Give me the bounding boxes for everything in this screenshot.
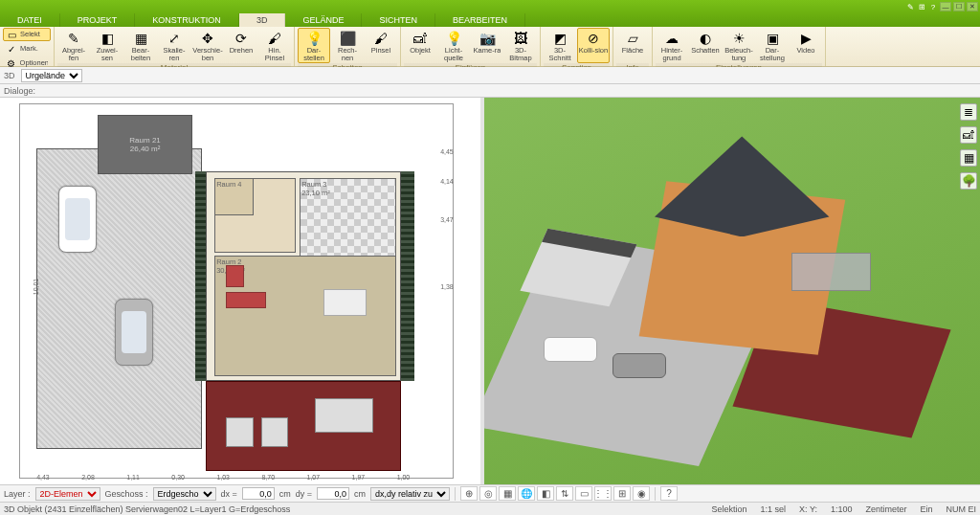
video-button[interactable]: ▶Video (790, 28, 822, 63)
dims-bottom: 4,432,081,110,301,038,701,071,971,00 (36, 474, 410, 481)
hintergrund-button[interactable]: ☁Hinter-grund (656, 28, 688, 63)
status-object: 3D Objekt (2431 Einzelflächen) Servierwa… (4, 504, 290, 514)
lichtquelle-button[interactable]: 💡Licht-quelle (437, 28, 470, 63)
layers-icon[interactable]: ≣ (960, 103, 977, 121)
menu-tab-datei[interactable]: DATEI (0, 13, 60, 27)
room-label: Raum 21 (129, 136, 160, 145)
layer-label: Layer : (4, 489, 31, 499)
coord-mode-select[interactable]: dx,dy relativ zu (370, 487, 450, 501)
layerbar-tool-6[interactable]: ▭ (575, 486, 592, 501)
help-button[interactable]: ? (660, 486, 678, 501)
button-label: Video (796, 47, 814, 62)
hinpinsel-button-icon: 🖌 (266, 30, 283, 47)
geschoss-label: Geschoss : (105, 489, 148, 499)
layer-toolbar: Layer : 2D-Elemen Geschoss : Erdgescho d… (0, 484, 980, 502)
pinsel-button[interactable]: 🖌Pinsel (365, 28, 397, 63)
dim-label: 1,03 (216, 474, 230, 481)
help-icon[interactable]: ? (928, 2, 938, 11)
verschieben-button-icon: ✥ (199, 30, 216, 47)
floorplan-pane[interactable]: Raum 21 26,40 m² Raum 323,10 m² Raum 120… (0, 98, 480, 484)
abgreifen-button[interactable]: ✎Abgrei-fen (57, 28, 90, 63)
maximize-button[interactable]: ☐ (953, 2, 965, 11)
layer-select[interactable]: 2D-Elemen (35, 487, 100, 501)
skalieren-button-icon: ⤢ (166, 30, 183, 47)
selekt-button[interactable]: ▭Selekt (3, 28, 51, 41)
geschoss-select[interactable]: Erdgescho (153, 487, 216, 501)
menu-tab-gelände[interactable]: GELÄNDE (285, 13, 362, 27)
objekt-button[interactable]: 🛋Objekt (404, 28, 436, 63)
layerbar-tool-4[interactable]: ◧ (537, 486, 554, 501)
dim-label: 4,14 (440, 178, 454, 185)
tree-icon[interactable]: 🌳 (960, 172, 977, 190)
schatten-einst-button[interactable]: ◐Schatten (689, 28, 722, 63)
rechnen-button[interactable]: ⬛Rech-nen (331, 28, 364, 63)
dy-input[interactable] (317, 487, 349, 500)
layerbar-tool-7[interactable]: ⋮⋮ (594, 486, 612, 501)
flaeche-button[interactable]: ▱Fläche (616, 28, 649, 63)
button-label: Objekt (410, 47, 431, 62)
darstellung-button[interactable]: ▣Dar-stellung (756, 28, 789, 63)
view3d-pane[interactable]: ≣🛋▦🌳 (484, 98, 980, 484)
texture-icon[interactable]: ▦ (960, 149, 977, 167)
skalieren-button[interactable]: ⤢Skalie-ren (158, 28, 190, 63)
car-plan (115, 299, 153, 366)
rechnen-button-icon: ⬛ (339, 30, 356, 47)
schnitt-button[interactable]: ◩3D-Schnitt (544, 28, 576, 63)
abgreifen-button-icon: ✎ (65, 30, 82, 47)
sofa (226, 292, 265, 308)
dialog-bar: Dialoge: (0, 84, 980, 98)
layerbar-tool-1[interactable]: ◎ (479, 486, 497, 501)
verschieben-button[interactable]: ✥Verschie-ben (191, 28, 224, 63)
status-scale: 1:100 (831, 504, 853, 514)
drehen-button[interactable]: ⟳Drehen (225, 28, 257, 63)
zuweisen-button[interactable]: ◧Zuwei-sen (91, 28, 123, 63)
dim-label: 2,08 (81, 474, 95, 481)
layerbar-tool-0[interactable]: ⊕ (460, 486, 478, 501)
button-label: Bear-beiten (125, 47, 156, 62)
status-unit: Zentimeter (865, 504, 906, 514)
status-bar: 3D Objekt (2431 Einzelflächen) Servierwa… (0, 502, 980, 515)
close-button[interactable]: ✕ (967, 2, 978, 11)
bearbeiten-button[interactable]: ▦Bear-beiten (124, 28, 157, 63)
kollision-button[interactable]: ⊘Kolli-sion (577, 28, 610, 63)
button-label: Selekt (20, 31, 40, 38)
dim-label: 10,01 (33, 279, 39, 296)
beleuchtung-button[interactable]: ☀Beleuch-tung (723, 28, 755, 63)
layerbar-icons: ⊕◎▦🌐◧⇅▭⋮⋮⊞◉ (460, 486, 650, 501)
schatten-einst-button-icon: ◐ (697, 30, 714, 47)
darstellen-button[interactable]: 💡Dar-stellen (298, 28, 330, 63)
schnitt-button-icon: ◩ (551, 30, 568, 47)
furniture-icon[interactable]: 🛋 (960, 126, 977, 144)
hinpinsel-button[interactable]: 🖌Hin. Pinsel (258, 28, 291, 63)
kamera-button[interactable]: 📷Kame-ra (471, 28, 503, 63)
menu-tabs: DATEIPROJEKTKONSTRUKTION3DGELÄNDESICHTEN… (0, 13, 980, 27)
dining-table (323, 289, 367, 315)
button-label: Kame-ra (474, 47, 501, 62)
bitmap-button[interactable]: 🖼3D-Bitmap (504, 28, 537, 63)
tool-icon[interactable]: ✎ (905, 2, 915, 11)
dim-label: 3,47 (440, 216, 454, 223)
button-label: Verschie-ben (192, 47, 223, 62)
menu-tab-bearbeiten[interactable]: BEARBEITEN (435, 13, 525, 27)
window-titlebar: ✎ ⊞ ? — ☐ ✕ (0, 0, 980, 13)
menu-tab-3d[interactable]: 3D (239, 13, 286, 27)
button-label: Hin. Pinsel (259, 47, 290, 62)
dx-input[interactable] (242, 487, 275, 500)
minimize-button[interactable]: — (940, 2, 951, 11)
terrain-select[interactable]: Urgelände (21, 69, 82, 82)
layerbar-tool-8[interactable]: ⊞ (613, 486, 631, 501)
menu-tab-sichten[interactable]: SICHTEN (362, 13, 435, 27)
separator (455, 487, 456, 501)
status-ein: Ein (920, 504, 932, 514)
status-selektion: Selektion (712, 504, 747, 514)
dim-label: 4,43 (36, 474, 50, 481)
layerbar-tool-2[interactable]: ▦ (499, 486, 516, 501)
tool-icon[interactable]: ⊞ (917, 2, 926, 11)
layerbar-tool-9[interactable]: ◉ (633, 486, 650, 501)
terrace (206, 381, 401, 471)
mark-button[interactable]: ✓Mark. (3, 42, 51, 56)
layerbar-tool-5[interactable]: ⇅ (556, 486, 573, 501)
layerbar-tool-3[interactable]: 🌐 (518, 486, 535, 501)
menu-tab-konstruktion[interactable]: KONSTRUKTION (135, 13, 239, 27)
menu-tab-projekt[interactable]: PROJEKT (60, 13, 136, 27)
